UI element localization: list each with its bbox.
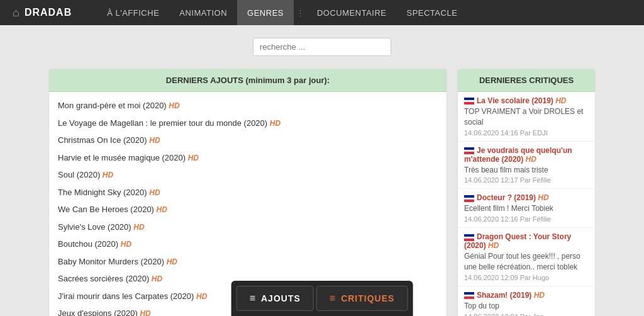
hd-badge: HD bbox=[526, 155, 536, 164]
list-item[interactable]: Le Voyage de Magellan : le premier tour … bbox=[49, 115, 447, 132]
critique-text: Ecellent film ! Merci Tobiek bbox=[464, 203, 589, 214]
critiques-button[interactable]: ≡ CRITIQUES bbox=[316, 286, 408, 311]
nav-link-documentaire[interactable]: DOCUMENTAIRE bbox=[307, 0, 396, 25]
critique-meta: 14.06.2020 12:17 Par Féfilie bbox=[464, 176, 589, 184]
hd-badge: HD bbox=[270, 119, 280, 128]
hd-badge: HD bbox=[149, 136, 160, 145]
hd-badge: HD bbox=[157, 205, 167, 214]
left-panel-header: DERNIERS AJOUTS (minimum 3 par jour): bbox=[49, 69, 447, 92]
critique-item: Docteur ? (2019) HD Ecellent film ! Merc… bbox=[458, 189, 595, 228]
hd-badge: HD bbox=[152, 274, 162, 283]
hd-badge: HD bbox=[534, 291, 545, 300]
left-panel: DERNIERS AJOUTS (minimum 3 par jour): Mo… bbox=[48, 69, 447, 316]
nav-link-genres[interactable]: GENRES bbox=[237, 0, 294, 25]
hd-badge: HD bbox=[121, 240, 131, 249]
critiques-icon: ≡ bbox=[330, 293, 336, 304]
critique-item: Dragon Quest : Your Story (2020) HD Géni… bbox=[458, 228, 595, 286]
nav-divider: ⋮ bbox=[294, 8, 307, 18]
main-wrapper: DERNIERS AJOUTS (minimum 3 par jour): Mo… bbox=[48, 25, 596, 316]
hd-badge: HD bbox=[133, 223, 144, 232]
hd-badge: HD bbox=[167, 257, 177, 266]
hd-badge: HD bbox=[188, 154, 199, 162]
critique-title[interactable]: Shazam! (2019) HD bbox=[464, 291, 589, 300]
flag-icon bbox=[464, 195, 474, 202]
critiques-list: La Vie scolaire (2019) HD TOP VRAIMENT a… bbox=[458, 92, 595, 316]
hd-badge: HD bbox=[555, 96, 566, 105]
critique-item: Shazam! (2019) HD Top du top 14.06.2020 … bbox=[458, 286, 595, 316]
critique-text: TOP VRAIMENT a Voir DROLES et social bbox=[464, 106, 589, 128]
nav-link-animation[interactable]: ANIMATION bbox=[169, 0, 237, 25]
list-item[interactable]: We Can Be Heroes (2020) HD bbox=[49, 201, 447, 218]
flag-icon bbox=[464, 234, 474, 241]
navbar: ⌂ DRADAB À L'AFFICHE ANIMATION GENRES ⋮ … bbox=[0, 0, 644, 25]
critique-title[interactable]: Je voudrais que quelqu'un m'attende (202… bbox=[464, 146, 589, 164]
home-icon: ⌂ bbox=[13, 6, 19, 20]
nav-links: À L'AFFICHE ANIMATION GENRES ⋮ DOCUMENTA… bbox=[97, 0, 467, 25]
critique-meta: 14.06.2020 12:16 Par Féfilie bbox=[464, 215, 589, 223]
hd-badge: HD bbox=[140, 309, 150, 316]
hd-badge: HD bbox=[103, 171, 113, 179]
critique-meta: 14.06.2020 12:09 Par Hugo bbox=[464, 274, 589, 281]
hd-badge: HD bbox=[169, 101, 179, 110]
flag-icon bbox=[464, 292, 474, 299]
content-area: DERNIERS AJOUTS (minimum 3 par jour): Mo… bbox=[48, 69, 596, 316]
critique-text: Top du top bbox=[464, 301, 589, 312]
critiques-label: CRITIQUES bbox=[341, 293, 394, 303]
list-item[interactable]: Christmas On Ice (2020) HD bbox=[49, 132, 447, 149]
critique-title[interactable]: Dragon Quest : Your Story (2020) HD bbox=[464, 232, 589, 250]
flag-icon bbox=[464, 98, 474, 104]
list-item[interactable]: Baby Monitor Murders (2020) HD bbox=[49, 253, 447, 271]
nav-link-spectacle[interactable]: SPECTACLE bbox=[396, 0, 467, 25]
right-panel-header: DERNIERES CRITIQUES bbox=[458, 69, 595, 92]
flag-icon bbox=[464, 147, 474, 154]
critique-text: Génial Pour tout les geek!!! , perso une… bbox=[464, 251, 589, 273]
list-item[interactable]: Soul (2020) HD bbox=[49, 166, 447, 184]
list-item[interactable]: The Midnight Sky (2020) HD bbox=[49, 184, 447, 201]
critique-title[interactable]: La Vie scolaire (2019) HD bbox=[464, 96, 589, 105]
hd-badge: HD bbox=[538, 193, 548, 202]
bottom-buttons: ≡ AJOUTS ≡ CRITIQUES bbox=[231, 281, 413, 316]
critique-item: La Vie scolaire (2019) HD TOP VRAIMENT a… bbox=[458, 92, 595, 142]
list-item[interactable]: Boutchou (2020) HD bbox=[49, 235, 447, 253]
search-bar bbox=[48, 38, 596, 56]
ajouts-label: AJOUTS bbox=[261, 293, 301, 303]
hd-badge: HD bbox=[196, 292, 207, 301]
critique-text: Très beau film mais triste bbox=[464, 165, 589, 176]
nav-link-affiche[interactable]: À L'AFFICHE bbox=[97, 0, 169, 25]
hd-badge: HD bbox=[149, 188, 160, 197]
list-item[interactable]: Sylvie's Love (2020) HD bbox=[49, 218, 447, 236]
brand[interactable]: ⌂ DRADAB bbox=[13, 6, 72, 20]
search-input[interactable] bbox=[253, 38, 391, 56]
critique-title[interactable]: Docteur ? (2019) HD bbox=[464, 193, 589, 202]
ajouts-button[interactable]: ≡ AJOUTS bbox=[236, 286, 314, 311]
right-panel: DERNIERES CRITIQUES La Vie scolaire (201… bbox=[457, 69, 596, 316]
list-item[interactable]: Harvie et le musée magique (2020) HD bbox=[49, 149, 447, 167]
list-item[interactable]: Mon grand-père et moi (2020) HD bbox=[49, 97, 447, 115]
ajouts-icon: ≡ bbox=[250, 293, 256, 304]
critique-meta: 14.06.2020 14:16 Par EDJI bbox=[464, 129, 589, 137]
hd-badge: HD bbox=[488, 241, 499, 250]
critique-meta: 14.06.2020 12:04 Par Jpp bbox=[464, 313, 589, 316]
brand-name: DRADAB bbox=[25, 7, 72, 18]
critique-item: Je voudrais que quelqu'un m'attende (202… bbox=[458, 142, 595, 189]
